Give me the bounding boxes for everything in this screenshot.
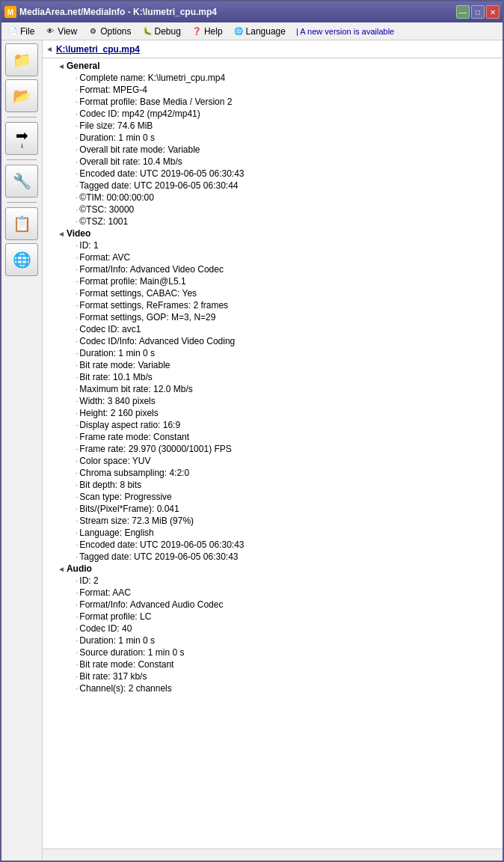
video-label: Video xyxy=(67,228,90,239)
file-menu-label: File xyxy=(20,26,34,37)
video-item-16: · Frame rate mode: Constant xyxy=(76,431,503,443)
video-item-25: · Encoded date: UTC 2019-06-05 06:30:43 xyxy=(76,539,503,551)
menu-help[interactable]: ❓ Help xyxy=(187,23,227,40)
general-item-8: · Encoded date: UTC 2019-06-05 06:30:43 xyxy=(76,168,503,180)
export-label: ℹ xyxy=(21,143,23,150)
general-item-6: · Overall bit rate mode: Variable xyxy=(76,144,503,156)
debug-menu-label: Debug xyxy=(155,26,181,37)
video-item-1: · Format: AVC xyxy=(76,251,503,263)
video-arrow: ◄ xyxy=(58,230,65,238)
video-item-14: · Height: 2 160 pixels xyxy=(76,407,503,419)
video-item-4: · Format settings, CABAC: Yes xyxy=(76,287,503,299)
video-item-9: · Duration: 1 min 0 s xyxy=(76,347,503,359)
video-item-21: · Scan type: Progressive xyxy=(76,491,503,503)
video-item-10: · Bit rate mode: Variable xyxy=(76,359,503,371)
audio-items: · ID: 2 · Format: AAC · Format/Info: Adv… xyxy=(58,575,503,694)
audio-item-6: · Source duration: 1 min 0 s xyxy=(76,646,503,658)
language-menu-label: Language xyxy=(246,26,286,37)
sidebar-divider-3 xyxy=(7,202,37,203)
menu-bar: 📄 File 👁 View ⚙ Options 🐛 Debug ❓ Help 🌐… xyxy=(1,22,503,40)
path-arrow: ◄ xyxy=(46,45,53,53)
audio-item-0: · ID: 2 xyxy=(76,575,503,587)
audio-item-2: · Format/Info: Advanced Audio Codec xyxy=(76,599,503,611)
minimize-button[interactable]: — xyxy=(456,5,470,19)
general-item-0: · Complete name: K:\lumetri_cpu.mp4 xyxy=(76,72,503,84)
options-menu-label: Options xyxy=(100,26,131,37)
audio-label: Audio xyxy=(67,563,92,574)
video-item-0: · ID: 1 xyxy=(76,239,503,251)
maximize-button[interactable]: □ xyxy=(471,5,485,19)
sidebar-open-folder[interactable]: 📂 xyxy=(5,79,38,112)
general-item-9: · Tagged date: UTC 2019-06-05 06:30:44 xyxy=(76,180,503,192)
general-item-4: · File size: 74.6 MiB xyxy=(76,120,503,132)
view-menu-label: View xyxy=(58,26,77,37)
audio-item-1: · Format: AAC xyxy=(76,587,503,599)
audio-item-3: · Format profile: LC xyxy=(76,611,503,623)
audio-section: ◄ Audio · ID: 2 · Format: AAC · xyxy=(43,563,503,694)
general-item-1: · Format: MPEG-4 xyxy=(76,84,503,96)
video-item-8: · Codec ID/Info: Advanced Video Coding xyxy=(76,335,503,347)
view-menu-icon: 👁 xyxy=(45,26,55,37)
main-window: M MediaArea.net/MediaInfo - K:\lumetri_c… xyxy=(0,0,504,862)
menu-file[interactable]: 📄 File xyxy=(3,23,39,40)
menu-options[interactable]: ⚙ Options xyxy=(83,23,135,40)
video-item-12: · Maximum bit rate: 12.0 Mb/s xyxy=(76,383,503,395)
video-items: · ID: 1 · Format: AVC · Format/Info: Adv… xyxy=(58,239,503,563)
sidebar-export[interactable]: ➡ ℹ xyxy=(5,122,38,155)
video-item-15: · Display aspect ratio: 16:9 xyxy=(76,419,503,431)
audio-item-4: · Codec ID: 40 xyxy=(76,623,503,635)
open-file-icon: 📁 xyxy=(13,52,31,67)
general-label: General xyxy=(67,61,100,71)
sidebar: 📁 📂 ➡ ℹ 🔧 📋 🌐 xyxy=(1,40,43,861)
general-item-7: · Overall bit rate: 10.4 Mb/s xyxy=(76,156,503,168)
help-menu-icon: ❓ xyxy=(191,26,202,37)
main-content: ◄ K:\lumetri_cpu.mp4 ◄ General · Complet… xyxy=(43,40,503,861)
close-button[interactable]: ✕ xyxy=(486,5,500,19)
video-item-22: · Bits/(Pixel*Frame): 0.041 xyxy=(76,503,503,515)
video-item-24: · Language: English xyxy=(76,527,503,539)
open-folder-icon: 📂 xyxy=(13,88,31,103)
general-item-11: · ©TSC: 30000 xyxy=(76,204,503,216)
sidebar-divider-2 xyxy=(7,159,37,160)
general-item-3: · Codec ID: mp42 (mp42/mp41) xyxy=(76,108,503,120)
sidebar-info[interactable]: 🔧 xyxy=(5,165,38,198)
menu-debug[interactable]: 🐛 Debug xyxy=(138,23,185,40)
tree-content[interactable]: ◄ General · Complete name: K:\lumetri_cp… xyxy=(43,58,503,849)
general-items: · Complete name: K:\lumetri_cpu.mp4 · Fo… xyxy=(58,72,503,227)
audio-item-9: · Channel(s): 2 channels xyxy=(76,682,503,694)
general-header: ◄ General xyxy=(58,60,503,72)
video-item-18: · Color space: YUV xyxy=(76,455,503,467)
menu-view[interactable]: 👁 View xyxy=(40,23,82,40)
audio-item-8: · Bit rate: 317 kb/s xyxy=(76,670,503,682)
general-arrow: ◄ xyxy=(58,62,65,70)
window-title: MediaArea.net/MediaInfo - K:\lumetri_cpu… xyxy=(19,7,217,17)
video-item-6: · Format settings, GOP: M=3, N=29 xyxy=(76,311,503,323)
options-menu-icon: ⚙ xyxy=(87,26,98,37)
general-item-2: · Format profile: Base Media / Version 2 xyxy=(76,96,503,108)
help-menu-label: Help xyxy=(204,26,223,37)
file-menu-icon: 📄 xyxy=(7,26,18,37)
export-icon: ➡ xyxy=(16,128,28,143)
horizontal-scrollbar[interactable] xyxy=(43,849,503,861)
content-area: 📁 📂 ➡ ℹ 🔧 📋 🌐 xyxy=(1,40,503,861)
video-item-20: · Bit depth: 8 bits xyxy=(76,479,503,491)
video-item-19: · Chroma subsampling: 4:2:0 xyxy=(76,467,503,479)
new-version-label: | A new version is available xyxy=(296,27,394,36)
video-item-23: · Stream size: 72.3 MiB (97%) xyxy=(76,515,503,527)
general-item-12: · ©TSZ: 1001 xyxy=(76,216,503,227)
sidebar-sheet[interactable]: 📋 xyxy=(5,207,38,240)
video-section: ◄ Video · ID: 1 · Format: AVC · xyxy=(43,227,503,563)
audio-arrow: ◄ xyxy=(58,565,65,573)
info-icon: 🔧 xyxy=(13,174,31,189)
video-item-11: · Bit rate: 10.1 Mb/s xyxy=(76,371,503,383)
general-item-10: · ©TIM: 00:00:00:00 xyxy=(76,192,503,204)
video-item-3: · Format profile: Main@L5.1 xyxy=(76,275,503,287)
video-item-17: · Frame rate: 29.970 (30000/1001) FPS xyxy=(76,443,503,455)
sidebar-open-file[interactable]: 📁 xyxy=(5,43,38,76)
menu-new-version: | A new version is available xyxy=(292,23,399,40)
video-item-13: · Width: 3 840 pixels xyxy=(76,395,503,407)
file-path: K:\lumetri_cpu.mp4 xyxy=(56,44,140,55)
web-icon: 🌐 xyxy=(13,252,31,267)
sidebar-web[interactable]: 🌐 xyxy=(5,243,38,276)
menu-language[interactable]: 🌐 Language xyxy=(229,23,290,40)
